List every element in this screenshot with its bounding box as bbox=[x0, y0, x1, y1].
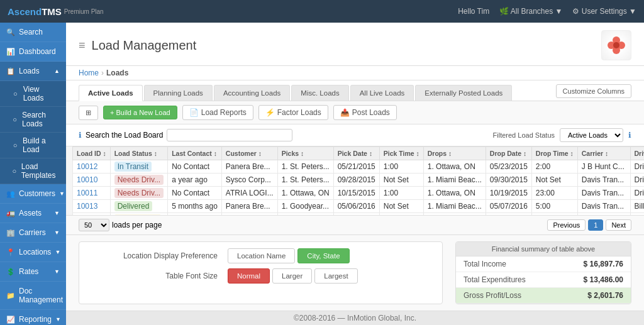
next-page-button[interactable]: Next bbox=[606, 219, 631, 231]
income-label: Total Income bbox=[464, 260, 506, 268]
search-bar: ℹ Search the Load Board Filtered Load St… bbox=[66, 124, 644, 146]
financial-income-row: Total Income $ 16,897.76 bbox=[456, 256, 631, 272]
breadcrumb: Home › Loads bbox=[66, 66, 644, 80]
status-badge: Needs Driv... bbox=[114, 175, 164, 185]
page-1-button[interactable]: 1 bbox=[588, 219, 603, 231]
sidebar-item-search-loads[interactable]: ○ Search Loads bbox=[0, 107, 66, 133]
profit-label: Gross Profit/Loss bbox=[464, 291, 521, 300]
tab-misc-loads[interactable]: Misc. Loads bbox=[291, 85, 348, 101]
search-bar-left: ℹ Search the Load Board bbox=[79, 129, 292, 141]
locations-expand-icon: ▼ bbox=[55, 249, 60, 255]
customize-columns-button[interactable]: Customize Columns bbox=[556, 84, 631, 98]
financial-title: Financial summary of table above bbox=[456, 242, 631, 256]
city-state-button[interactable]: City, State bbox=[297, 248, 349, 263]
table-row: 10011 Needs Driv... No Contact ATRIA LOG… bbox=[73, 187, 645, 200]
build-load-icon: ○ bbox=[11, 141, 19, 149]
table-row: 10012 In Transit No Contact Panera Bre..… bbox=[73, 160, 645, 174]
rates-icon: 💲 bbox=[6, 268, 15, 276]
sidebar-item-dashboard[interactable]: 📊 Dashboard bbox=[0, 42, 66, 62]
pagination-left: 5025100 loads per page bbox=[79, 219, 162, 231]
post-loads-button[interactable]: 📤 Post Loads bbox=[333, 105, 397, 120]
load-templates-icon: ○ bbox=[11, 167, 18, 175]
location-name-button[interactable]: Location Name bbox=[228, 248, 295, 263]
user-settings[interactable]: ⚙ User Settings ▼ bbox=[572, 7, 636, 16]
page-header-icon: ≡ bbox=[79, 39, 86, 52]
col-last-contact: Last Contact ↕ bbox=[168, 147, 222, 160]
tab-planning-loads[interactable]: Planning Loads bbox=[144, 85, 213, 101]
tab-all-live-loads[interactable]: All Live Loads bbox=[350, 85, 414, 101]
profit-value: $ 2,601.76 bbox=[587, 291, 623, 300]
load-id-link[interactable]: 10010 bbox=[77, 175, 97, 184]
sidebar-item-locations[interactable]: 📍 Locations ▼ bbox=[0, 243, 66, 262]
load-id-link[interactable]: 10011 bbox=[77, 189, 97, 197]
view-loads-icon: ○ bbox=[11, 90, 19, 97]
breadcrumb-separator: › bbox=[101, 69, 104, 77]
sidebar-item-view-loads[interactable]: ○ View Loads bbox=[0, 81, 66, 107]
sidebar-item-build-load[interactable]: ○ Build a Load bbox=[0, 133, 66, 158]
load-id-link[interactable]: 10013 bbox=[77, 202, 97, 211]
carriers-expand-icon: ▼ bbox=[54, 229, 60, 236]
search-loads-icon: ○ bbox=[11, 116, 18, 123]
sidebar-item-carriers[interactable]: 🏢 Carriers ▼ bbox=[0, 223, 66, 243]
rates-expand-icon: ▼ bbox=[54, 268, 60, 275]
col-drops: Drops ↕ bbox=[423, 147, 486, 160]
sidebar-item-reporting[interactable]: 📈 Reporting ▼ bbox=[0, 310, 66, 325]
customers-expand-icon: ▼ bbox=[59, 190, 65, 197]
table-row: 10010 Needs Driv... a year ago Sysco Cor… bbox=[73, 174, 645, 187]
tab-externally-posted-loads[interactable]: Externally Posted Loads bbox=[415, 85, 512, 101]
tab-active-loads[interactable]: Active Loads bbox=[79, 85, 143, 101]
prev-page-button[interactable]: Previous bbox=[547, 219, 586, 231]
financial-expenditure-row: Total Expenditures $ 13,486.00 bbox=[456, 272, 631, 288]
sidebar-item-loads[interactable]: 📋 Loads ▲ bbox=[0, 62, 66, 81]
font-normal-button[interactable]: Normal bbox=[228, 268, 270, 284]
sidebar-item-customers[interactable]: 👥 Customers ▼ bbox=[0, 184, 66, 204]
tabs-row: Active Loads Planning Loads Accounting L… bbox=[66, 80, 644, 101]
search-label: Search the Load Board bbox=[86, 131, 163, 140]
search-info-icon: ℹ bbox=[79, 131, 82, 140]
breadcrumb-home[interactable]: Home bbox=[79, 69, 99, 77]
sidebar-item-load-templates[interactable]: ○ Load Templates bbox=[0, 158, 66, 184]
sidebar-item-rates[interactable]: 💲 Rates ▼ bbox=[0, 262, 66, 282]
factor-loads-button[interactable]: ⚡ Factor Loads bbox=[258, 105, 328, 120]
col-drop-time: Drop Time ↕ bbox=[531, 147, 577, 160]
load-reports-button[interactable]: 📄 Load Reports bbox=[182, 105, 253, 120]
assets-expand-icon: ▼ bbox=[54, 210, 60, 216]
page-logo bbox=[601, 30, 631, 60]
view-columns-button[interactable]: ⊞ bbox=[79, 106, 98, 120]
font-size-row: Table Font Size Normal Larger Largest bbox=[92, 268, 430, 284]
filter-info-icon: ℹ bbox=[628, 131, 631, 140]
toolbar: ⊞ + Build a New Load 📄 Load Reports ⚡ Fa… bbox=[66, 101, 644, 124]
col-picks: Picks ↕ bbox=[277, 147, 333, 160]
col-customer: Customer ↕ bbox=[221, 147, 277, 160]
load-id-link[interactable]: 10012 bbox=[77, 162, 97, 171]
logo-plan: Premium Plan bbox=[64, 8, 104, 15]
col-carrier: Carrier ↕ bbox=[577, 147, 630, 160]
col-driver: Driver ↕ bbox=[630, 147, 644, 160]
branch-selector[interactable]: 🌿 All Branches ▼ bbox=[499, 7, 562, 16]
font-options: Normal Larger Largest bbox=[228, 268, 358, 284]
col-load-id: Load ID ↕ bbox=[73, 147, 111, 160]
reporting-icon: 📈 bbox=[6, 316, 15, 324]
top-header: Ascend TMS Premium Plan Hello Tim 🌿 All … bbox=[0, 0, 644, 23]
tab-accounting-loads[interactable]: Accounting Loads bbox=[214, 85, 290, 101]
customers-icon: 👥 bbox=[6, 190, 15, 198]
sidebar: 🔍 Search 📊 Dashboard 📋 Loads ▲ ○ View Lo… bbox=[0, 23, 66, 325]
bottom-section: Location Display Preference Location Nam… bbox=[66, 234, 644, 311]
sidebar-item-doc-management[interactable]: 📁 Doc Management ▼ bbox=[0, 282, 66, 310]
search-input[interactable] bbox=[167, 129, 292, 141]
build-new-load-button[interactable]: + Build a New Load bbox=[103, 106, 177, 119]
font-largest-button[interactable]: Largest bbox=[314, 268, 357, 284]
font-larger-button[interactable]: Larger bbox=[272, 268, 312, 284]
reports-icon: 📄 bbox=[189, 108, 199, 117]
sidebar-item-search[interactable]: 🔍 Search bbox=[0, 23, 66, 42]
per-page-select[interactable]: 5025100 bbox=[79, 219, 109, 231]
table-header-row: Load ID ↕ Load Status ↕ Last Contact ↕ C… bbox=[73, 147, 645, 160]
loads-submenu: ○ View Loads ○ Search Loads ○ Build a Lo… bbox=[0, 81, 66, 184]
location-display-label: Location Display Preference bbox=[92, 251, 218, 260]
col-drop-date: Drop Date ↕ bbox=[486, 147, 531, 160]
sidebar-item-assets[interactable]: 🚛 Assets ▼ bbox=[0, 204, 66, 223]
filter-status-select[interactable]: Active Loads All Loads In Transit Delive… bbox=[560, 128, 623, 142]
app-logo: Ascend TMS Premium Plan bbox=[8, 6, 104, 17]
income-value: $ 16,897.76 bbox=[584, 260, 623, 268]
col-pick-date: Pick Date ↕ bbox=[333, 147, 379, 160]
